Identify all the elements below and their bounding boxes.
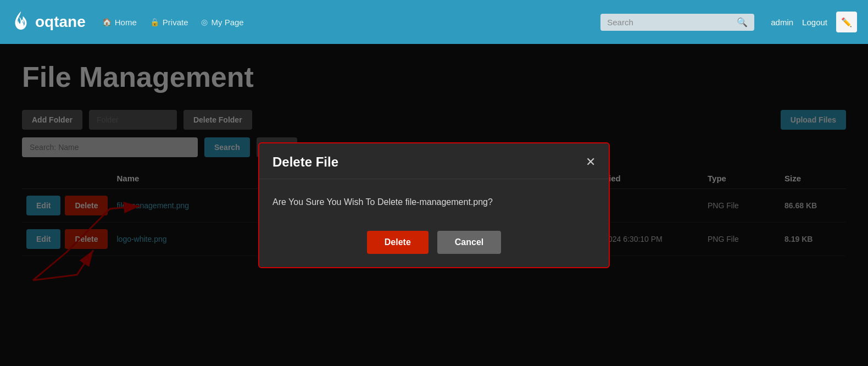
search-icon: 🔍 bbox=[737, 17, 748, 27]
modal-message: Are You Sure You Wish To Delete file-man… bbox=[272, 196, 596, 209]
cancel-delete-button[interactable]: Cancel bbox=[437, 231, 501, 254]
modal-body: Are You Sure You Wish To Delete file-man… bbox=[259, 179, 609, 222]
navbar: oqtane 🏠 Home 🔒 Private ◎ My Page 🔍 admi… bbox=[0, 0, 868, 44]
search-box: 🔍 bbox=[600, 14, 754, 31]
modal-close-button[interactable]: ✕ bbox=[586, 156, 596, 168]
brand-logo[interactable]: oqtane bbox=[11, 10, 86, 34]
confirm-delete-button[interactable]: Delete bbox=[367, 231, 429, 254]
nav-links: 🏠 Home 🔒 Private ◎ My Page bbox=[102, 18, 584, 27]
username-label: admin bbox=[771, 18, 793, 27]
edit-button[interactable]: ✏️ bbox=[836, 12, 857, 32]
nav-link-mypage[interactable]: ◎ My Page bbox=[201, 18, 243, 27]
search-input[interactable] bbox=[607, 18, 737, 27]
modal-footer: Delete Cancel bbox=[259, 222, 609, 267]
lock-icon: 🔒 bbox=[150, 18, 159, 26]
modal-header: Delete File ✕ bbox=[259, 143, 609, 179]
nav-link-private[interactable]: 🔒 Private bbox=[150, 18, 188, 27]
brand-name: oqtane bbox=[35, 13, 86, 31]
nav-right: admin Logout ✏️ bbox=[771, 12, 857, 32]
logout-link[interactable]: Logout bbox=[802, 18, 827, 27]
modal-title: Delete File bbox=[272, 154, 338, 170]
home-icon: 🏠 bbox=[102, 18, 112, 26]
main-content: File Management Add Folder Delete Folder… bbox=[0, 44, 868, 366]
flame-icon bbox=[11, 10, 31, 34]
target-icon: ◎ bbox=[201, 18, 208, 26]
delete-modal: Delete File ✕ Are You Sure You Wish To D… bbox=[258, 142, 610, 268]
modal-overlay: Delete File ✕ Are You Sure You Wish To D… bbox=[0, 44, 868, 366]
nav-link-home[interactable]: 🏠 Home bbox=[102, 18, 137, 27]
pencil-icon: ✏️ bbox=[841, 17, 852, 27]
nav-link-private-label: Private bbox=[163, 18, 188, 27]
nav-link-mypage-label: My Page bbox=[211, 18, 243, 27]
nav-link-home-label: Home bbox=[115, 18, 137, 27]
